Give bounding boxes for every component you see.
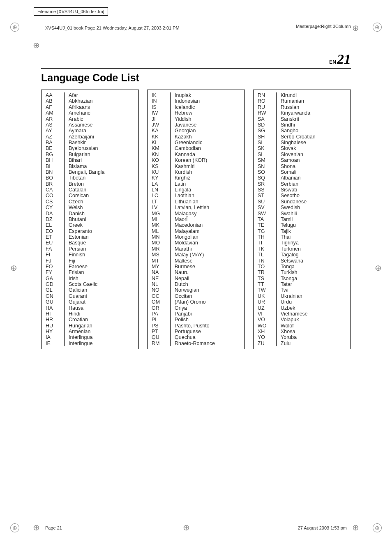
lang-name: Maori bbox=[175, 216, 244, 222]
lang-code: NO bbox=[152, 287, 170, 293]
lang-code: BE bbox=[46, 145, 64, 151]
lang-name: Guarani bbox=[69, 293, 138, 299]
lang-code: SI bbox=[258, 140, 276, 145]
lang-code: SO bbox=[258, 169, 276, 175]
lang-name: Tonga bbox=[281, 264, 350, 269]
lang-code: MT bbox=[152, 258, 170, 264]
lang-code: SS bbox=[258, 187, 276, 193]
lang-code: CO bbox=[46, 193, 64, 198]
lang-name: Galician bbox=[69, 287, 138, 293]
lang-code: VO bbox=[258, 317, 276, 322]
lang-name: Frisian bbox=[69, 269, 138, 275]
lang-name: Wolof bbox=[281, 323, 350, 329]
lang-code: SL bbox=[258, 152, 276, 157]
lang-name: Kazakh bbox=[175, 134, 244, 140]
lang-name: Azerbaijani bbox=[69, 134, 138, 140]
lang-code: AZ bbox=[46, 134, 64, 140]
lang-code: AS bbox=[46, 122, 64, 128]
lang-code: LT bbox=[152, 199, 170, 205]
page-footer: Page 21 27 August 2003 1:53 pm bbox=[45, 525, 347, 530]
lang-name: Slovenian bbox=[281, 152, 350, 157]
language-column-1: AAABAFAMARASAYAZBABEBGBHBIBNBOBRCACOCSCY… bbox=[41, 90, 139, 349]
lang-name: Rhaeto-Romance bbox=[175, 341, 244, 346]
lang-name: Quechua bbox=[175, 334, 244, 340]
lang-code: DZ bbox=[46, 216, 64, 222]
lang-name: Macedonian bbox=[175, 222, 244, 228]
lang-name: Turkish bbox=[281, 269, 350, 275]
lang-name: Bislama bbox=[69, 164, 138, 169]
lang-name: Telugu bbox=[281, 222, 350, 228]
lang-name: Estonian bbox=[69, 234, 138, 240]
language-columns: AAABAFAMARASAYAZBABEBGBHBIBNBOBRCACOCSCY… bbox=[41, 90, 351, 349]
lang-code: PT bbox=[152, 329, 170, 334]
lang-name: Russian bbox=[281, 104, 350, 110]
lang-code: IK bbox=[152, 92, 170, 98]
lang-code: MK bbox=[152, 222, 170, 228]
lang-code: PS bbox=[152, 323, 170, 329]
lang-name: Polish bbox=[175, 317, 244, 322]
lang-name: Faroese bbox=[69, 264, 138, 269]
lang-code: BR bbox=[46, 181, 64, 187]
registration-mark-icon bbox=[10, 23, 19, 32]
lang-code: AM bbox=[46, 110, 64, 116]
lang-name: Kurdish bbox=[175, 169, 244, 175]
lang-code: TH bbox=[258, 234, 276, 240]
lang-name: Norwegian bbox=[175, 287, 244, 293]
lang-code: KY bbox=[152, 175, 170, 181]
lang-code: IN bbox=[152, 98, 170, 104]
lang-name: Lingala bbox=[175, 187, 244, 193]
footer-date: 27 August 2003 1:53 pm bbox=[298, 525, 347, 530]
lang-name: Vietnamese bbox=[281, 311, 350, 317]
lang-name: Georgian bbox=[175, 128, 244, 134]
lang-code: XH bbox=[258, 329, 276, 334]
lang-name: Portuguese bbox=[175, 329, 244, 334]
lang-code: EU bbox=[46, 240, 64, 246]
lang-name: Persian bbox=[69, 246, 138, 252]
lang-code: PL bbox=[152, 317, 170, 322]
lang-code: FI bbox=[46, 252, 64, 258]
lang-name: Samoan bbox=[281, 157, 350, 163]
lang-name: Oriya bbox=[175, 305, 244, 311]
lang-code: AA bbox=[46, 92, 64, 98]
lang-code: IW bbox=[152, 110, 170, 116]
lang-name: Swedish bbox=[281, 205, 350, 210]
lang-code: MI bbox=[152, 216, 170, 222]
lang-code: SU bbox=[258, 199, 276, 205]
filename-label: Filename [XVS44UJ_06Index.fm] bbox=[34, 7, 108, 16]
lang-name: Latin bbox=[175, 181, 244, 187]
lang-name: Interlingua bbox=[69, 334, 138, 340]
lang-name: Bihari bbox=[69, 157, 138, 163]
lang-name: Marathi bbox=[175, 246, 244, 252]
lang-name: Xhosa bbox=[281, 329, 350, 334]
lang-code: SQ bbox=[258, 175, 276, 181]
lang-name: Corsican bbox=[69, 193, 138, 198]
lang-name: Kirghiz bbox=[175, 175, 244, 181]
lang-name: Turkmen bbox=[281, 246, 350, 252]
lang-code: MS bbox=[152, 252, 170, 258]
lang-name: Fiji bbox=[69, 258, 138, 264]
crop-mark-icon: ⊕ bbox=[33, 523, 40, 532]
lang-name: Inupiak bbox=[175, 92, 244, 98]
lang-name: Laothian bbox=[175, 193, 244, 198]
lang-name: Swahili bbox=[281, 211, 350, 216]
lang-code: AY bbox=[46, 128, 64, 134]
lang-code: GU bbox=[46, 299, 64, 305]
lang-code: BG bbox=[46, 152, 64, 157]
book-info-label: XVS44UJ_01.book Page 21 Wednesday, Augus… bbox=[45, 25, 180, 30]
lang-code: RN bbox=[258, 92, 276, 98]
lang-code: SR bbox=[258, 181, 276, 187]
lang-code: SM bbox=[258, 157, 276, 163]
lang-code: RW bbox=[258, 110, 276, 116]
lang-name: Slovak bbox=[281, 145, 350, 151]
lang-name: Danish bbox=[69, 211, 138, 216]
lang-name: Yoruba bbox=[281, 334, 350, 340]
lang-code: MO bbox=[152, 240, 170, 246]
lang-name: Malayalam bbox=[175, 228, 244, 234]
lang-name: Twi bbox=[281, 287, 350, 293]
lang-name: Nepali bbox=[175, 276, 244, 281]
lang-code: JW bbox=[152, 122, 170, 128]
lang-code: GD bbox=[46, 281, 64, 287]
page-lang: EN bbox=[329, 59, 336, 65]
lang-name: Yiddish bbox=[175, 116, 244, 122]
lang-code: TT bbox=[258, 281, 276, 287]
